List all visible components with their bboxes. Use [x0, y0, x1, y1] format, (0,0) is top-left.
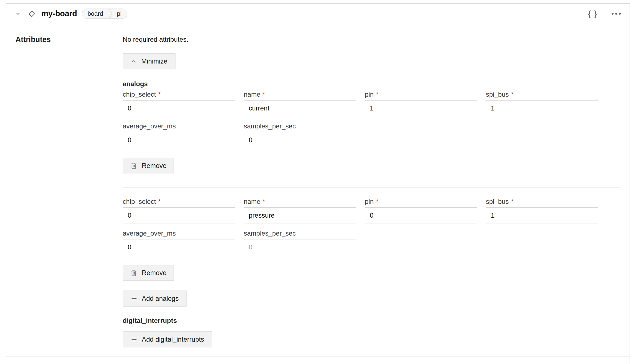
trash-icon [130, 162, 137, 170]
curly-braces-icon: {} [587, 9, 599, 19]
trash-icon [130, 269, 137, 277]
average-over-ms-input[interactable] [123, 239, 235, 255]
pin-input[interactable] [365, 100, 477, 116]
required-asterisk: * [376, 198, 378, 205]
analogs-heading: analogs [123, 80, 620, 88]
board-component-icon [28, 10, 36, 18]
name-label: name* [244, 91, 356, 98]
average-over-ms-label: average_over_ms [123, 122, 235, 130]
name-label: name* [244, 198, 356, 205]
spi-bus-label: spi_bus* [486, 91, 598, 98]
analog-entry-fields: chip_select* name* pin* spi_bus* [123, 198, 620, 255]
required-asterisk: * [376, 91, 378, 98]
model-chip: board pi [82, 9, 127, 19]
chip-select-label: chip_select* [123, 91, 235, 98]
chip-select-input[interactable] [123, 207, 235, 223]
spi-bus-input[interactable] [486, 100, 598, 116]
section-bottom-divider [6, 357, 630, 357]
required-asterisk: * [511, 91, 514, 98]
chevron-up-icon [131, 58, 137, 64]
remove-button-label: Remove [142, 162, 166, 170]
spi-bus-field: spi_bus* [486, 91, 598, 116]
average-over-ms-input[interactable] [123, 132, 235, 148]
average-over-ms-label: average_over_ms [123, 230, 235, 237]
pin-label: pin* [365, 91, 477, 98]
average-over-ms-field: average_over_ms [123, 122, 235, 148]
chip-select-input[interactable] [123, 100, 235, 116]
remove-analog-button[interactable]: Remove [123, 265, 174, 281]
spi-bus-field: spi_bus* [486, 198, 598, 223]
analog-entry-fields: chip_select* name* pin* spi_bus* [123, 91, 620, 148]
add-digital-interrupts-button[interactable]: Add digital_interrupts [123, 331, 212, 347]
chip-separator-icon [109, 9, 113, 19]
required-asterisk: * [263, 91, 265, 98]
required-asterisk: * [158, 91, 161, 98]
spi-bus-label: spi_bus* [486, 198, 598, 205]
chip-select-label: chip_select* [123, 198, 235, 205]
analog-entry: chip_select* name* pin* spi_bus* [113, 198, 620, 281]
name-input[interactable] [244, 207, 356, 223]
chip-type-label: board [82, 9, 109, 19]
header-actions: {} [586, 8, 622, 20]
no-required-attributes-text: No required attributes. [123, 35, 620, 44]
samples-per-sec-field: samples_per_sec [244, 122, 356, 148]
pin-input[interactable] [365, 207, 477, 223]
chip-model-label: pi [113, 9, 127, 19]
component-card: my-board board pi {} Attributes No requi… [6, 3, 630, 364]
chip-select-field: chip_select* [123, 198, 235, 223]
remove-button-label: Remove [142, 269, 166, 277]
pin-field: pin* [365, 91, 477, 116]
name-field: name* [244, 198, 356, 223]
attributes-section-label: Attributes [15, 35, 113, 347]
component-name-title: my-board [41, 9, 77, 18]
plus-icon [131, 295, 137, 302]
collapse-toggle-button[interactable] [14, 10, 22, 17]
json-mode-button[interactable]: {} [586, 8, 600, 20]
required-asterisk: * [158, 198, 161, 205]
minimize-button-label: Minimize [141, 57, 167, 65]
name-input[interactable] [244, 100, 356, 116]
digital-interrupts-heading: digital_interrupts [123, 317, 620, 325]
card-header: my-board board pi {} [6, 4, 630, 24]
minimize-button[interactable]: Minimize [123, 53, 175, 69]
pin-label: pin* [365, 198, 477, 205]
chevron-down-icon [15, 11, 21, 17]
pin-field: pin* [365, 198, 477, 223]
more-menu-button[interactable] [611, 12, 622, 16]
attributes-form: No required attributes. Minimize analogs… [113, 35, 620, 347]
analog-entry: chip_select* name* pin* spi_bus* [113, 91, 620, 173]
average-over-ms-field: average_over_ms [123, 230, 235, 255]
samples-per-sec-input[interactable] [244, 132, 356, 148]
add-analogs-button-label: Add analogs [142, 295, 179, 302]
remove-analog-button[interactable]: Remove [123, 158, 174, 173]
spi-bus-input[interactable] [486, 207, 598, 223]
samples-per-sec-field: samples_per_sec [244, 230, 356, 255]
samples-per-sec-label: samples_per_sec [244, 122, 356, 130]
add-digital-interrupts-button-label: Add digital_interrupts [142, 336, 204, 343]
chip-select-field: chip_select* [123, 91, 235, 116]
samples-per-sec-label: samples_per_sec [244, 230, 356, 237]
required-asterisk: * [511, 198, 514, 205]
name-field: name* [244, 91, 356, 116]
add-analogs-button[interactable]: Add analogs [123, 291, 187, 307]
required-asterisk: * [263, 198, 265, 205]
ellipsis-icon [612, 13, 621, 15]
entry-divider [123, 188, 620, 188]
attributes-section: Attributes No required attributes. Minim… [6, 24, 630, 347]
plus-icon [131, 336, 137, 343]
samples-per-sec-input[interactable] [244, 239, 356, 255]
